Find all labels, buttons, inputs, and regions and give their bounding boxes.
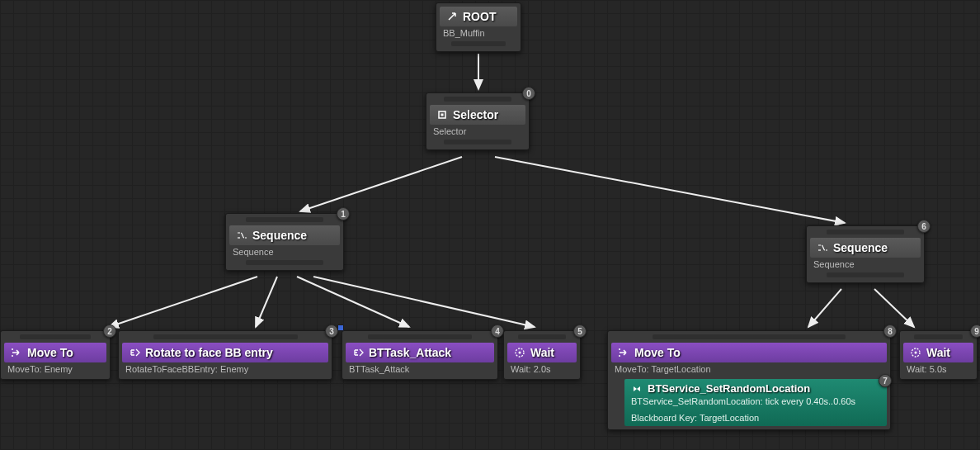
- node-wait-5s[interactable]: 9 Wait Wait: 5.0s: [899, 330, 978, 380]
- svg-line-8: [874, 289, 914, 327]
- rotate-header: Rotate to face BB entry: [122, 343, 328, 362]
- moveto-icon: [618, 347, 629, 358]
- service-index-badge: 7: [879, 374, 892, 387]
- moveto2-subtitle: MoveTo: TargetLocation: [611, 364, 887, 376]
- task-icon: [352, 347, 364, 358]
- moveto2-header: Move To: [611, 343, 887, 362]
- svg-line-3: [109, 277, 257, 327]
- moveto1-subtitle: MoveTo: Enemy: [4, 364, 106, 376]
- selector-title: Selector: [453, 108, 498, 121]
- seq1-in-pin[interactable]: [229, 217, 340, 224]
- moveto1-in-pin[interactable]: [4, 334, 106, 341]
- seq2-in-pin[interactable]: [810, 230, 921, 236]
- rotate-subtitle: RotateToFaceBBEntry: Enemy: [122, 364, 328, 376]
- service-bbkey-line: Blackboard Key: TargetLocation: [631, 413, 880, 423]
- wait1-in-pin[interactable]: [507, 334, 577, 341]
- seq1-index-badge: 1: [337, 207, 350, 220]
- seq2-title: Sequence: [833, 241, 888, 254]
- node-moveto-enemy[interactable]: 2 Move To MoveTo: Enemy: [0, 330, 111, 380]
- seq1-subtitle: Sequence: [229, 247, 340, 258]
- svg-line-1: [300, 157, 462, 211]
- seq1-title: Sequence: [252, 229, 307, 242]
- wait1-header: Wait: [507, 343, 577, 362]
- node-moveto-target[interactable]: 8 Move To MoveTo: TargetLocation 7 BTSer…: [607, 330, 891, 430]
- node-rotate-face-bb[interactable]: 3 Rotate to face BB entry RotateToFaceBB…: [118, 330, 332, 380]
- wait-icon: [910, 347, 921, 358]
- moveto2-in-pin[interactable]: [611, 334, 887, 341]
- moveto1-index-badge: 2: [103, 324, 116, 338]
- attack-header: BTTask_Attack: [346, 343, 494, 362]
- svg-point-15: [619, 348, 620, 350]
- seq2-out-pin[interactable]: [810, 272, 921, 279]
- node-sequence-2[interactable]: 6 Sequence Sequence: [806, 225, 925, 283]
- node-selector[interactable]: 0 Selector Selector: [426, 92, 530, 150]
- node-sequence-1[interactable]: 1 Sequence Sequence: [225, 213, 344, 271]
- attack-subtitle: BTTask_Attack: [346, 364, 494, 376]
- root-title: ROOT: [463, 10, 496, 23]
- svg-line-7: [808, 289, 841, 327]
- svg-point-16: [619, 355, 620, 357]
- root-out-pin[interactable]: [440, 41, 517, 48]
- wait1-title: Wait: [530, 346, 554, 359]
- svg-rect-10: [441, 114, 444, 116]
- rotate-icon: [129, 347, 140, 358]
- attack-in-pin[interactable]: [346, 334, 494, 341]
- sequence-icon: [236, 230, 247, 241]
- root-subtitle: BB_Muffin: [440, 28, 517, 40]
- service-tick-line: BTService_SetRandomLocation: tick every …: [631, 396, 880, 406]
- wait2-in-pin[interactable]: [903, 334, 973, 341]
- wait2-subtitle: Wait: 5.0s: [903, 364, 973, 376]
- svg-line-5: [297, 277, 409, 327]
- selector-header: Selector: [430, 105, 525, 125]
- seq1-out-pin[interactable]: [229, 260, 340, 267]
- rotate-title: Rotate to face BB entry: [145, 346, 273, 359]
- selector-icon: [436, 109, 448, 121]
- service-title-text: BTService_SetRandomLocation: [648, 382, 810, 395]
- service-icon: [631, 383, 643, 395]
- rotate-in-pin[interactable]: [122, 334, 328, 341]
- moveto1-header: Move To: [4, 343, 106, 362]
- seq1-header: Sequence: [229, 225, 340, 245]
- wait2-title: Wait: [926, 346, 950, 359]
- seq2-header: Sequence: [810, 238, 921, 258]
- wait2-header: Wait: [903, 343, 973, 362]
- root-icon: [446, 11, 458, 22]
- attack-title: BTTask_Attack: [369, 346, 451, 359]
- wait-icon: [514, 347, 525, 358]
- sequence-icon: [817, 242, 828, 253]
- svg-line-2: [495, 157, 845, 223]
- selector-index-badge: 0: [522, 87, 535, 100]
- attack-index-badge: 4: [491, 324, 504, 338]
- svg-point-12: [12, 355, 13, 357]
- service-setrandomlocation[interactable]: 7 BTService_SetRandomLocation BTService_…: [624, 379, 887, 426]
- wait1-subtitle: Wait: 2.0s: [507, 364, 577, 376]
- node-root[interactable]: ROOT BB_Muffin: [436, 2, 521, 52]
- node-bttask-attack[interactable]: 4 BTTask_Attack BTTask_Attack: [342, 330, 498, 380]
- moveto2-title: Move To: [634, 346, 681, 359]
- moveto1-title: Move To: [27, 346, 73, 359]
- svg-line-4: [256, 277, 277, 327]
- wait1-index-badge: 5: [573, 324, 587, 338]
- service-title-row: BTService_SetRandomLocation: [631, 382, 880, 395]
- rotate-index-badge: 3: [325, 324, 338, 338]
- selector-in-pin[interactable]: [430, 97, 525, 103]
- svg-point-14: [519, 352, 521, 354]
- root-header: ROOT: [440, 7, 517, 26]
- seq2-index-badge: 6: [917, 220, 931, 233]
- selector-out-pin[interactable]: [430, 140, 525, 146]
- breakpoint-marker[interactable]: [337, 324, 344, 331]
- selector-subtitle: Selector: [430, 126, 525, 138]
- wait2-index-badge: 9: [970, 324, 980, 338]
- moveto-icon: [11, 347, 22, 358]
- svg-point-11: [12, 348, 13, 350]
- moveto2-index-badge: 8: [883, 324, 897, 338]
- svg-point-18: [915, 352, 917, 354]
- seq2-subtitle: Sequence: [810, 259, 921, 271]
- node-wait-2s[interactable]: 5 Wait Wait: 2.0s: [503, 330, 581, 380]
- svg-line-6: [313, 277, 535, 327]
